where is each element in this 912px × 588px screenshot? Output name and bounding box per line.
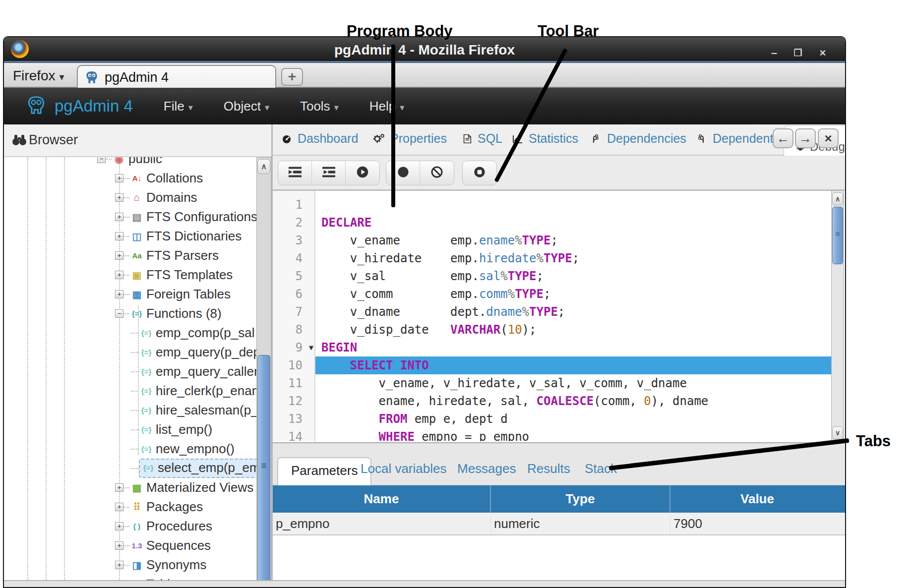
tree-item-emp-comp-p-sal[interactable]: {=}emp_comp(p_sal (131, 323, 254, 343)
code-line-7[interactable]: 7 v_dname dept.dname%TYPE; (273, 303, 834, 321)
menu-object[interactable]: Object▾ (224, 99, 269, 114)
tree-item-foreign-tables[interactable]: +▦Foreign Tables (115, 285, 231, 304)
expand-box-icon[interactable]: + (115, 541, 123, 550)
column-header-value[interactable]: Value (670, 485, 844, 513)
code-line-8[interactable]: 8 v_disp_date VARCHAR(10); (273, 321, 834, 339)
menu-help[interactable]: Help▾ (369, 99, 405, 114)
code-line-1[interactable]: 1 (273, 196, 834, 214)
clear-breakpoints-button[interactable] (420, 161, 454, 185)
menu-tools[interactable]: Tools▾ (300, 99, 339, 114)
step-over-button[interactable] (312, 161, 346, 185)
tab-close-button[interactable]: × (818, 128, 839, 148)
tree-item-fts-dictionaries[interactable]: +◫FTS Dictionaries (115, 227, 242, 246)
code-line-4[interactable]: 4 v_hiredate emp.hiredate%TYPE; (273, 249, 834, 267)
expand-box-icon[interactable]: + (115, 174, 123, 182)
tab-properties[interactable]: Properties (372, 131, 447, 146)
continue-button[interactable] (346, 161, 379, 185)
expand-box-icon[interactable]: + (115, 193, 123, 202)
expand-box-icon[interactable]: + (115, 251, 123, 260)
expand-box-icon[interactable]: + (115, 522, 123, 530)
tab-results[interactable]: Results (527, 461, 570, 476)
tree-item-hire-clerk-p-enam[interactable]: {=}hire_clerk(p_enam (131, 381, 256, 401)
tree-item-sequences[interactable]: +1.3Sequences (115, 536, 211, 555)
editor-scroll-up-button[interactable]: ∧ (832, 192, 843, 205)
close-button[interactable]: × (815, 48, 830, 59)
window-titlebar[interactable]: pgAdmin 4 - Mozilla Firefox – ❒ × (4, 37, 845, 61)
tree-item-select-emp-p-em[interactable]: {=}select_emp(p_em (131, 459, 256, 478)
tab-parameters[interactable]: Parameters (277, 457, 371, 485)
tree-item-new-empno[interactable]: {=}new_empno() (131, 439, 235, 459)
tree-item-fts-configurations[interactable]: +▤FTS Configurations (115, 207, 256, 227)
collapse-box-icon[interactable]: − (97, 157, 106, 163)
window-bottom-scrollbar[interactable] (4, 580, 845, 588)
tree-item-tables[interactable]: +▦Tables (115, 575, 183, 580)
expand-box-icon[interactable]: + (115, 271, 123, 279)
sidebar-scrollbar[interactable]: ∧ ≡ (256, 157, 271, 580)
tab-dependencies[interactable]: Dependencies (590, 131, 686, 146)
tree-item-emp-query-p-dep[interactable]: {=}emp_query(p_dep (131, 343, 256, 362)
sidebar-scroll-up-button[interactable]: ∧ (257, 159, 270, 174)
tab-sql[interactable]: SQL (462, 131, 502, 146)
expand-box-icon[interactable]: + (115, 290, 123, 298)
tree-item-packages[interactable]: +⠿Packages (115, 497, 203, 517)
maximize-button[interactable]: ❒ (790, 48, 805, 59)
sidebar-scrollbar-thumb[interactable]: ≡ (257, 355, 270, 583)
editor-scrollbar[interactable]: ∧ ≡ ∨ (831, 190, 844, 441)
collapse-box-icon[interactable]: − (115, 309, 123, 318)
code-text: v_dname dept.dname%TYPE; (315, 303, 834, 321)
tree-item-label: select_emp(p_em (158, 460, 256, 475)
tree-item-collations[interactable]: +A↓Collations (115, 169, 203, 188)
code-line-2[interactable]: 2DECLARE (273, 214, 834, 232)
code-line-6[interactable]: 6 v_comm emp.comm%TYPE; (273, 285, 834, 303)
browser-tab-pgadmin[interactable]: pgAdmin 4 (77, 65, 276, 88)
tree-item-materialized-views[interactable]: +▩Materialized Views (115, 478, 253, 497)
step-into-button[interactable] (278, 161, 312, 185)
tree-item-fts-templates[interactable]: +▣FTS Templates (115, 265, 233, 285)
expand-box-icon[interactable]: + (115, 213, 123, 221)
code-line-14[interactable]: 14 WHERE empno = p_empno (273, 428, 834, 441)
expand-box-icon[interactable]: + (115, 503, 123, 511)
tree-item-label: Tables (146, 577, 183, 580)
tab-local-variables[interactable]: Local variables (361, 461, 446, 476)
tab-scroll-left-button[interactable]: ← (773, 128, 793, 148)
firefox-app-menu-button[interactable]: Firefox▾ (13, 68, 64, 84)
menu-file[interactable]: File▾ (164, 99, 193, 114)
code-line-9[interactable]: 9▼BEGIN (273, 339, 834, 356)
code-line-13[interactable]: 13 FROM emp e, dept d (273, 410, 834, 428)
tree-item-procedures[interactable]: +( )Procedures (115, 517, 212, 536)
column-header-name[interactable]: Name (273, 485, 491, 513)
editor-scrollbar-thumb[interactable]: ≡ (832, 207, 843, 264)
tree-item-public[interactable]: −◉public (97, 157, 162, 169)
stop-button[interactable] (463, 161, 496, 185)
tree-item-functions-8[interactable]: −{=}Functions (8) (115, 304, 222, 323)
expand-box-icon[interactable]: + (115, 232, 123, 240)
tree-connector (123, 236, 129, 237)
tab-dashboard[interactable]: Dashboard (281, 131, 358, 146)
dependents-icon (696, 133, 708, 144)
minimize-button[interactable]: – (767, 48, 782, 59)
tree-item-hire-salesman-p[interactable]: {=}hire_salesman(p_ (131, 401, 256, 420)
tree-item-label: FTS Dictionaries (146, 229, 242, 244)
tab-dependents[interactable]: Dependents (696, 131, 780, 146)
new-tab-button[interactable]: + (281, 68, 303, 86)
expand-box-icon[interactable]: + (115, 561, 123, 569)
parameters-table-row[interactable]: p_empnonumeric7900 (273, 513, 845, 535)
code-line-5[interactable]: 5 v_sal emp.sal%TYPE; (273, 267, 834, 285)
tree-item-label: FTS Templates (146, 267, 233, 283)
expand-box-icon[interactable]: + (115, 483, 123, 492)
tab-scroll-right-button[interactable]: → (795, 128, 816, 148)
code-line-11[interactable]: 11 v_ename, v_hiredate, v_sal, v_comm, v… (273, 374, 834, 392)
code-line-10[interactable]: 10 SELECT INTO (273, 356, 834, 374)
code-line-3[interactable]: 3 v_ename emp.ename%TYPE; (273, 232, 834, 249)
tree-item-fts-parsers[interactable]: +AaFTS Parsers (115, 246, 219, 265)
tree-item-domains[interactable]: +⌂Domains (115, 188, 197, 207)
tab-messages[interactable]: Messages (457, 461, 516, 476)
toolbar-button-group (386, 161, 454, 185)
tree-item-synonyms[interactable]: +◨Synonyms (115, 555, 206, 575)
tree-item-emp-query-caller[interactable]: {=}emp_query_caller (131, 362, 256, 381)
editor-scroll-down-button[interactable]: ∨ (832, 426, 843, 439)
code-line-12[interactable]: 12 ename, hiredate, sal, COALESCE(comm, … (273, 392, 834, 410)
column-header-type[interactable]: Type (491, 485, 670, 513)
tree-item-list-emp[interactable]: {=}list_emp() (131, 420, 212, 439)
code-editor[interactable]: 12DECLARE3 v_ename emp.ename%TYPE;4 v_hi… (273, 190, 834, 441)
